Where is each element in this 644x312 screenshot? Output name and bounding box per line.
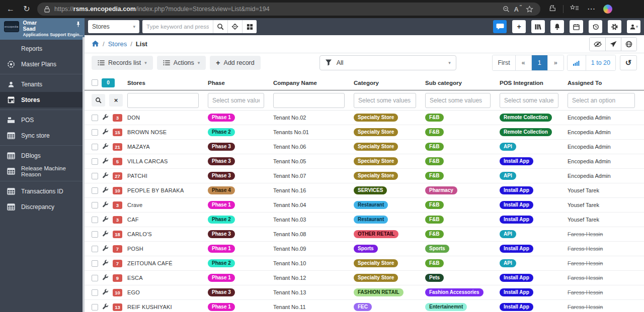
table-row[interactable]: 3 DON Phase 1 Tenant No.02 Specialty Sto…	[85, 111, 644, 125]
column-header-stores[interactable]: Stores	[127, 80, 208, 86]
selected-count-badge[interactable]: 0	[102, 78, 115, 87]
record-range[interactable]: 1 to 20	[586, 55, 615, 70]
actions-button[interactable]: Actions▾	[157, 56, 206, 70]
globe-button[interactable]	[621, 38, 636, 51]
pagination-page-1[interactable]: 1	[531, 55, 547, 70]
sidebar-item-tenants[interactable]: Tenants	[0, 76, 85, 92]
filter-phase-input[interactable]	[208, 93, 264, 108]
column-header-company-name[interactable]: Company Name	[273, 80, 354, 86]
add-button[interactable]: +	[512, 20, 526, 33]
row-count-badge[interactable]: 18	[113, 231, 122, 238]
table-row[interactable]: 18 CARLO'S Phase 3 Tenant No.08 OTHER RE…	[85, 227, 644, 242]
column-header-sub-category[interactable]: Sub category	[425, 80, 500, 86]
row-checkbox[interactable]	[92, 115, 98, 121]
row-checkbox[interactable]	[92, 217, 98, 223]
store-name[interactable]: PEOPLE BY BARAKA	[127, 187, 208, 193]
row-checkbox[interactable]	[92, 187, 98, 194]
extensions-icon[interactable]	[548, 4, 556, 14]
row-checkbox[interactable]	[92, 275, 98, 281]
user-block[interactable]: encopedia Omar Saad Applications Support…	[0, 18, 85, 40]
sidebar-item-stores[interactable]: Stores	[0, 92, 85, 108]
wrench-icon[interactable]	[102, 158, 109, 165]
row-count-badge[interactable]: 10	[113, 187, 122, 194]
row-checkbox[interactable]	[92, 289, 98, 296]
record-stats-button[interactable]	[568, 55, 586, 70]
row-checkbox[interactable]	[92, 231, 98, 238]
wrench-icon[interactable]	[102, 129, 109, 136]
row-checkbox[interactable]	[92, 173, 98, 179]
filter-category-input[interactable]	[354, 93, 416, 108]
send-plane-button[interactable]	[605, 38, 621, 51]
row-checkbox[interactable]	[92, 202, 98, 209]
address-bar[interactable]: https://rsms.encopedia.com/index.php?mod…	[37, 3, 540, 16]
column-header-assigned-to[interactable]: Assigned To	[568, 80, 644, 86]
wrench-icon[interactable]	[102, 245, 109, 253]
row-checkbox[interactable]	[92, 129, 98, 136]
history-button[interactable]	[589, 20, 602, 33]
sidebar-item-dblogs[interactable]: DBlogs	[0, 148, 85, 163]
row-checkbox[interactable]	[92, 260, 98, 267]
row-checkbox[interactable]	[92, 246, 98, 252]
row-count-badge[interactable]: 15	[113, 129, 122, 136]
global-search-input[interactable]	[142, 20, 213, 33]
store-name[interactable]: ZEITOUNA CAFÉ	[127, 260, 208, 266]
store-name[interactable]: MAZAYA	[127, 144, 208, 150]
store-name[interactable]: VILLA CARCAS	[127, 158, 208, 164]
table-row[interactable]: 27 PATCHI Phase 3 Tenant No.07 Specialty…	[85, 169, 644, 183]
store-name[interactable]: CAF	[127, 217, 208, 223]
favorite-star-icon[interactable]	[526, 6, 533, 13]
table-row[interactable]: 13 REIF KUSHIYAKI Phase 1 Tenant No.11 F…	[85, 300, 644, 312]
pin-icon[interactable]	[75, 21, 81, 30]
wrench-icon[interactable]	[102, 143, 109, 151]
settings-gear-button[interactable]	[608, 20, 621, 33]
sidebar-item-reports[interactable]: Reports	[0, 41, 85, 56]
table-row[interactable]: 15 BROWN NOSE Phase 2 Tenants No.01 Spec…	[85, 125, 644, 140]
filter-stores-input[interactable]	[127, 93, 199, 108]
table-row[interactable]: 9 ESCA Phase 1 Tenant No.12 Specialty St…	[85, 271, 644, 285]
notifications-bell-button[interactable]	[550, 20, 564, 33]
row-count-badge[interactable]: 7	[113, 260, 122, 267]
table-row[interactable]: 3 Crave Phase 1 Tenant No.04 Restaurant …	[85, 198, 644, 213]
apply-filter-search-button[interactable]	[92, 94, 105, 107]
search-button[interactable]	[213, 20, 227, 33]
sidebar-item-pos[interactable]: POS	[0, 112, 85, 128]
store-name[interactable]: EGO	[127, 289, 208, 295]
row-count-badge[interactable]: 9	[113, 274, 122, 282]
store-name[interactable]: CARLO'S	[127, 231, 208, 237]
store-name[interactable]: POSH	[127, 246, 208, 252]
module-select[interactable]: Stores ▾	[88, 20, 139, 33]
row-count-badge[interactable]: 3	[113, 216, 122, 224]
store-name[interactable]: PATCHI	[127, 173, 208, 179]
table-row[interactable]: 3 CAF Phase 2 Tenant No.03 Restaurant F&…	[85, 213, 644, 227]
sidebar-item-release-machine-reason[interactable]: Release Machine Reason	[0, 163, 85, 179]
row-count-badge[interactable]: 7	[113, 245, 122, 253]
advanced-search-button[interactable]	[227, 20, 242, 33]
hide-eye-slash-button[interactable]	[590, 38, 605, 51]
column-header-pos-integration[interactable]: POS Integration	[500, 80, 568, 86]
view-filter-select[interactable]: All ▾	[319, 55, 456, 70]
records-list-button[interactable]: Records list▾	[92, 56, 153, 70]
sidebar-item-discrepancy[interactable]: Discrepancy	[0, 199, 85, 215]
refresh-list-button[interactable]: ↺	[620, 55, 637, 70]
select-all-checkbox[interactable]	[92, 79, 98, 86]
row-checkbox[interactable]	[92, 144, 98, 150]
app-grid-button[interactable]	[242, 20, 257, 33]
row-checkbox[interactable]	[92, 158, 98, 165]
sidebar-item-transactions-id[interactable]: Transactions ID	[0, 183, 85, 199]
wrench-icon[interactable]	[102, 260, 109, 267]
filter-sub-category-input[interactable]	[425, 93, 491, 108]
library-button[interactable]	[531, 20, 545, 33]
row-count-badge[interactable]: 5	[113, 158, 122, 165]
copilot-icon[interactable]	[603, 5, 612, 14]
filter-assigned-to-input[interactable]	[568, 93, 635, 108]
filter-pos-integration-input[interactable]	[500, 93, 558, 108]
table-row[interactable]: 10 EGO Phase 3 Tenant No.13 FASHION RETA…	[85, 285, 644, 300]
reload-icon[interactable]: ↻	[21, 5, 32, 13]
column-header-category[interactable]: Category	[354, 80, 425, 86]
user-menu-button[interactable]: ▾	[627, 20, 640, 33]
clear-filter-button[interactable]: ×	[109, 94, 123, 107]
pagination-next-button[interactable]: »	[547, 55, 564, 70]
favorites-bar-icon[interactable]	[570, 5, 579, 14]
home-icon[interactable]	[92, 40, 99, 48]
store-name[interactable]: REIF KUSHIYAKI	[127, 304, 208, 310]
